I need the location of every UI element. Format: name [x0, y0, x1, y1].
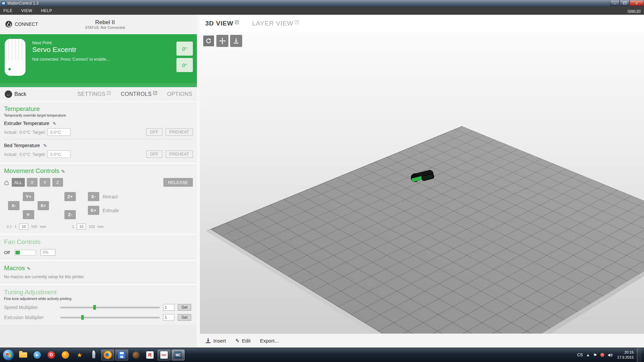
- slider-thumb[interactable]: [81, 315, 84, 320]
- show-desktop-button[interactable]: [637, 348, 641, 362]
- taskbar-star-app[interactable]: ★: [73, 350, 86, 360]
- extruder-preheat-button[interactable]: PREHEAT: [166, 128, 193, 136]
- xyz-scale-input[interactable]: [19, 224, 28, 230]
- home-z-button[interactable]: Z: [52, 178, 63, 187]
- edit-pencil-icon[interactable]: ✎: [27, 266, 31, 271]
- home-icon[interactable]: ⌂: [4, 179, 9, 186]
- maximize-button[interactable]: [620, 1, 629, 6]
- system-tray: CS ▲ ⚑ 20:15 17.9.2015: [577, 348, 643, 362]
- jog-y-minus[interactable]: Y-: [23, 210, 34, 219]
- e-scale-input[interactable]: [77, 224, 86, 230]
- edit-pencil-icon[interactable]: ✎: [43, 143, 47, 148]
- print-bed[interactable]: [206, 126, 644, 334]
- tab-3d-view[interactable]: 3D VIEW ↗: [205, 20, 239, 27]
- fan-slider[interactable]: [14, 250, 36, 255]
- extrusion-multiplier-label: Extrusion Multiplier: [4, 315, 57, 320]
- move-view-button[interactable]: [216, 35, 228, 47]
- home-all-button[interactable]: ALL: [12, 178, 25, 187]
- edit-pencil-icon[interactable]: ✎: [61, 169, 65, 174]
- jog-e-plus[interactable]: E+: [88, 206, 99, 215]
- extruder-target-input[interactable]: [48, 128, 70, 136]
- xyz-scale-100[interactable]: 100: [31, 225, 37, 229]
- minimize-button[interactable]: –: [610, 1, 620, 6]
- printer-status: STATUS: Not Connected: [43, 26, 167, 29]
- bed-temp-badge[interactable]: 0°: [176, 58, 193, 72]
- options-label: OPTIONS: [167, 91, 192, 97]
- fan-slider-knob[interactable]: [15, 251, 20, 254]
- edit-button[interactable]: ✎ Edit: [235, 338, 251, 344]
- connection-note: Not connected. Press 'Connect' to enable…: [32, 57, 109, 62]
- taskbar-usb[interactable]: [87, 350, 100, 360]
- star-icon: ★: [76, 352, 82, 358]
- taskbar-pdf-app[interactable]: PDF: [158, 350, 170, 360]
- back-button[interactable]: ← Back: [5, 90, 26, 98]
- print-object[interactable]: [407, 167, 439, 187]
- drop-to-bed-icon: [233, 38, 239, 44]
- tray-expand-icon[interactable]: ▲: [586, 353, 590, 357]
- taskbar-opera[interactable]: O: [45, 350, 58, 360]
- release-button[interactable]: RELEASE: [163, 178, 193, 187]
- xyz-scale-1[interactable]: 1: [14, 225, 16, 229]
- close-button[interactable]: ×: [630, 1, 644, 6]
- edit-pencil-icon[interactable]: ✎: [53, 121, 56, 126]
- e-scale-100[interactable]: 100: [89, 225, 95, 229]
- settings-label: SETTINGS: [77, 91, 105, 97]
- taskbar-firefox[interactable]: [101, 350, 114, 360]
- bed-off-button[interactable]: OFF: [146, 150, 162, 158]
- tab-controls[interactable]: CONTROLS ↗: [121, 91, 157, 97]
- taskbar-media-player[interactable]: ▶: [31, 350, 44, 360]
- slider-thumb[interactable]: [93, 305, 96, 310]
- usb-stick-icon: [92, 352, 95, 358]
- flag-icon[interactable]: ⚑: [593, 353, 597, 358]
- home-x-button[interactable]: X: [27, 178, 38, 187]
- taskbar-folder[interactable]: [17, 350, 30, 360]
- power-icon: [5, 21, 12, 27]
- jog-z-minus[interactable]: Z-: [64, 210, 76, 219]
- fan-percent-input[interactable]: [41, 249, 55, 256]
- jog-x-plus[interactable]: X+: [38, 201, 49, 210]
- tab-options[interactable]: OPTIONS: [167, 91, 192, 97]
- bed-preheat-button[interactable]: PREHEAT: [166, 150, 193, 158]
- language-indicator[interactable]: CS: [577, 353, 583, 357]
- connect-button[interactable]: CONNECT: [0, 15, 43, 34]
- jog-z-plus[interactable]: Z+: [64, 192, 76, 201]
- e-scale-1[interactable]: 1: [72, 225, 74, 229]
- temperature-subheading: Temporarily override target temperature: [4, 113, 193, 117]
- jog-y-plus[interactable]: Y+: [23, 192, 34, 201]
- antivirus-icon[interactable]: [600, 353, 604, 357]
- clock-date: 17.9.2015: [617, 355, 634, 360]
- volume-icon[interactable]: [608, 353, 612, 357]
- menu-help[interactable]: HELP: [41, 8, 52, 13]
- menu-view[interactable]: VIEW: [21, 8, 32, 13]
- extrusion-set-button[interactable]: Set: [178, 314, 191, 321]
- taskbar-r-app[interactable]: R: [144, 350, 156, 360]
- extrusion-multiplier-input[interactable]: [163, 314, 174, 321]
- jog-x-minus[interactable]: X-: [8, 201, 19, 210]
- menu-file[interactable]: FILE: [3, 8, 12, 13]
- speed-multiplier-slider[interactable]: [60, 307, 160, 308]
- drop-to-bed-button[interactable]: [230, 35, 242, 47]
- jog-e-minus[interactable]: E-: [88, 192, 99, 201]
- taskbar-clock[interactable]: 20:15 17.9.2015: [616, 350, 634, 360]
- title-bar: M MatterControl 1.3 – ×: [0, 0, 644, 7]
- taskbar-browser[interactable]: [59, 350, 72, 360]
- bed-target-input[interactable]: [48, 150, 70, 158]
- extruder-temp-badge[interactable]: 0°: [176, 42, 193, 56]
- insert-button[interactable]: Insert: [205, 338, 226, 344]
- start-button[interactable]: [3, 349, 14, 361]
- rotate-view-button[interactable]: [203, 35, 215, 47]
- home-y-button[interactable]: Y: [40, 178, 50, 187]
- export-button[interactable]: Export...: [260, 338, 279, 344]
- taskbar-jar-app[interactable]: [129, 350, 142, 360]
- tab-layer-view[interactable]: LAYER VIEW ↗: [252, 20, 299, 27]
- speed-multiplier-input[interactable]: [163, 304, 174, 311]
- tab-settings[interactable]: SETTINGS ↗: [77, 91, 111, 97]
- extrusion-multiplier-slider[interactable]: [60, 317, 160, 318]
- speed-set-button[interactable]: Set: [178, 304, 191, 311]
- taskbar-mattercontrol[interactable]: MC: [172, 350, 184, 360]
- taskbar-save-app[interactable]: [115, 350, 128, 360]
- sign-in-link[interactable]: (sign in): [628, 9, 641, 13]
- 3d-viewport[interactable]: [200, 32, 644, 334]
- extruder-off-button[interactable]: OFF: [146, 128, 162, 136]
- xyz-scale-0.1[interactable]: 0.1: [7, 225, 12, 229]
